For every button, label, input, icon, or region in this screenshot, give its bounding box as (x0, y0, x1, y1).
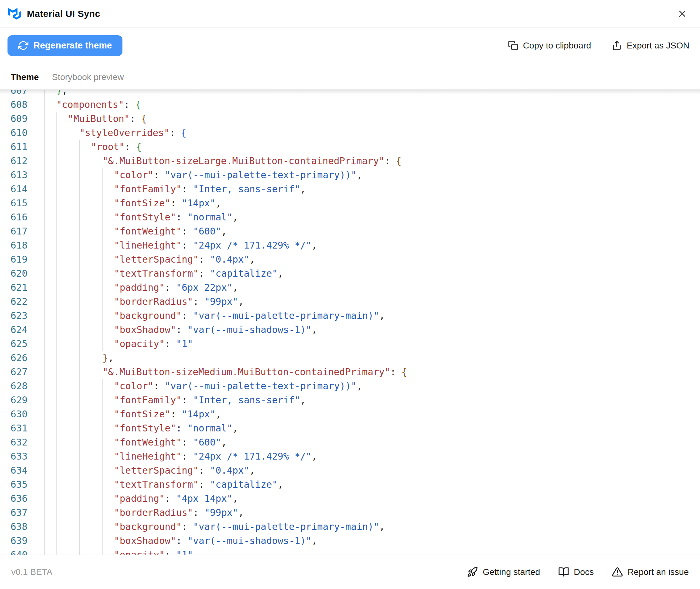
line-number: 636 (0, 492, 45, 506)
indent-guide (79, 548, 91, 555)
indent-guide (102, 224, 114, 238)
indent-guide (91, 238, 102, 252)
code-lines: 607},608"components": {609"MuiButton": {… (0, 90, 700, 555)
line-number: 633 (0, 449, 45, 463)
indent-guide (79, 492, 91, 506)
export-as-json-button[interactable]: Export as JSON (612, 40, 689, 51)
indent-guide (91, 506, 102, 520)
code-text: "background": "var(--mui-palette-primary… (114, 309, 385, 323)
code-line: 635"textTransform": "capitalize", (0, 477, 700, 492)
indent-guide (79, 365, 91, 379)
code-text: "MuiButton": { (68, 112, 147, 126)
code-text: "boxShadow": "var(--mui-shadows-1)", (114, 534, 317, 548)
footer-links: Getting started Docs Report an issue (467, 567, 689, 577)
indent-guide (102, 407, 114, 421)
code-line: 611"root": { (0, 140, 700, 154)
indent-guide (68, 323, 79, 337)
code-line: 633"lineHeight": "24px /* 171.429% */", (0, 449, 700, 463)
indent-guide (91, 393, 102, 407)
tab-storybook-preview[interactable]: Storybook preview (52, 72, 124, 82)
indent-guide (68, 309, 79, 323)
indent-guide (79, 379, 91, 393)
code-line: 634"letterSpacing": "0.4px", (0, 463, 700, 477)
line-number: 628 (0, 379, 45, 393)
indent-guide (102, 252, 114, 266)
tab-bar: Theme Storybook preview (0, 63, 700, 90)
indent-guide (79, 351, 91, 365)
report-an-issue-link[interactable]: Report an issue (612, 567, 689, 577)
indent-guide (68, 252, 79, 266)
indent-guide (79, 196, 91, 210)
line-number: 607 (0, 90, 45, 97)
docs-link[interactable]: Docs (558, 567, 594, 577)
code-text: }, (56, 90, 67, 97)
indent-guide (79, 238, 91, 252)
line-number: 609 (0, 112, 45, 126)
code-text: "borderRadius": "99px", (114, 506, 244, 520)
indent-guide (68, 337, 79, 351)
code-line: 614"fontFamily": "Inter, sans-serif", (0, 182, 700, 196)
indent-guide (68, 449, 79, 463)
code-line: 618"lineHeight": "24px /* 171.429% */", (0, 238, 700, 252)
copy-to-clipboard-button[interactable]: Copy to clipboard (508, 40, 591, 51)
indent-guide (56, 548, 68, 555)
indent-guide (91, 224, 102, 238)
copy-icon (508, 40, 518, 51)
indent-guide (102, 477, 114, 492)
getting-started-link[interactable]: Getting started (467, 567, 540, 577)
indent-guide (56, 463, 68, 477)
indent-guide (68, 379, 79, 393)
code-line: 639"boxShadow": "var(--mui-shadows-1)", (0, 534, 700, 548)
indent-guide (102, 182, 114, 196)
code-line: 626}, (0, 351, 700, 365)
indent-guide (91, 520, 102, 534)
indent-guide (68, 266, 79, 280)
indent-guide (68, 294, 79, 309)
tab-theme[interactable]: Theme (11, 72, 39, 82)
indent-guide (79, 477, 91, 492)
line-number: 626 (0, 351, 45, 365)
indent-guide (79, 140, 91, 154)
regenerate-theme-button[interactable]: Regenerate theme (7, 35, 122, 56)
code-line: 608"components": { (0, 97, 700, 112)
code-text: "opacity": "1" (114, 548, 193, 555)
line-number: 619 (0, 252, 45, 266)
code-line: 615"fontSize": "14px", (0, 196, 700, 210)
indent-guide (79, 449, 91, 463)
indent-guide (102, 435, 114, 449)
theme-code-editor[interactable]: 607},608"components": {609"MuiButton": {… (0, 90, 700, 555)
line-number: 625 (0, 337, 45, 351)
indent-guide (56, 112, 68, 126)
indent-guide (56, 252, 68, 266)
line-number: 638 (0, 520, 45, 534)
indent-guide (79, 224, 91, 238)
indent-guide (68, 477, 79, 492)
indent-guide (79, 323, 91, 337)
close-button[interactable] (675, 7, 689, 21)
indent-guide (56, 294, 68, 309)
indent-guide (91, 379, 102, 393)
line-number: 608 (0, 97, 45, 112)
indent-guide (56, 323, 68, 337)
code-line: 627"&.MuiButton-sizeMedium.MuiButton-con… (0, 365, 700, 379)
code-text: "borderRadius": "99px", (114, 294, 244, 309)
indent-guide (68, 140, 79, 154)
code-text: "fontFamily": "Inter, sans-serif", (114, 393, 306, 407)
code-line: 610"styleOverrides": { (0, 126, 700, 140)
indent-guide (56, 280, 68, 294)
code-line: 629"fontFamily": "Inter, sans-serif", (0, 393, 700, 407)
indent-guide (56, 309, 68, 323)
line-number: 611 (0, 140, 45, 154)
code-text: "lineHeight": "24px /* 171.429% */", (114, 449, 317, 463)
code-line: 616"fontStyle": "normal", (0, 210, 700, 224)
indent-guide (102, 210, 114, 224)
indent-guide (68, 196, 79, 210)
indent-guide (56, 210, 68, 224)
code-text: "padding": "6px 22px", (114, 280, 238, 294)
code-text: "boxShadow": "var(--mui-shadows-1)", (114, 323, 317, 337)
code-line: 620"textTransform": "capitalize", (0, 266, 700, 280)
indent-guide (79, 182, 91, 196)
indent-guide (79, 435, 91, 449)
indent-guide (56, 182, 68, 196)
line-number: 614 (0, 182, 45, 196)
